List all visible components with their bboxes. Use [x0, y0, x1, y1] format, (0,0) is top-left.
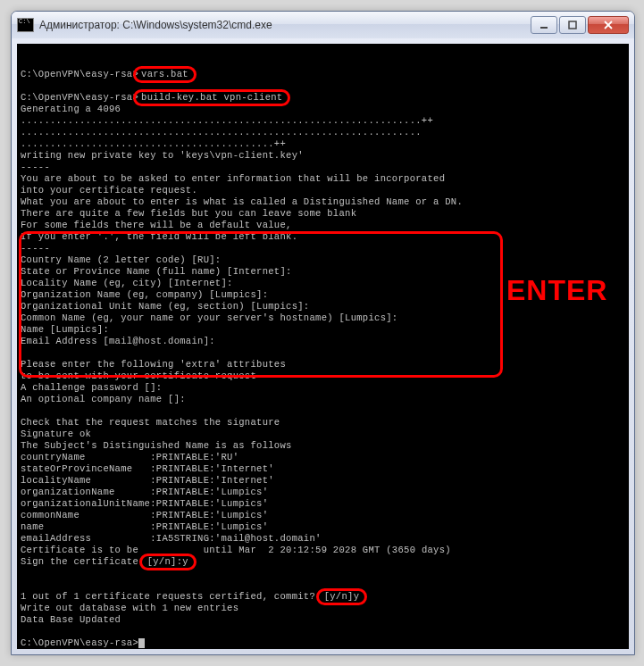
output-line: to be sent with your certificate request	[21, 370, 256, 381]
output-line: name :PRINTABLE:'Lumpics'	[21, 521, 268, 532]
output-line: -----	[21, 162, 50, 172]
output-line: organizationalUnitName:PRINTABLE:'Lumpic…	[21, 498, 268, 509]
output-line: For some fields there will be a default …	[21, 220, 292, 230]
prompt: C:\OpenVPN\easy-rsa>	[21, 92, 138, 103]
prompt-line: Country Name (2 letter code) [RU]:	[21, 254, 221, 265]
highlight-commit: [y/n]y	[316, 588, 368, 605]
output-line: Sign the certificate	[21, 556, 145, 567]
output-line: You are about to be asked to enter infor…	[21, 173, 445, 184]
titlebar[interactable]: C:\ Администратор: C:\Windows\system32\c…	[12, 12, 634, 38]
highlight-cmd2: build-key.bat vpn-client	[133, 89, 290, 106]
output-line: Please enter the following 'extra' attri…	[21, 359, 286, 370]
prompt-line: Email Address [mail@host.domain]:	[21, 336, 215, 346]
console-frame: C:\OpenVPN\easy-rsa>vars.bat C:\OpenVPN\…	[12, 38, 634, 654]
output-line: ........................................…	[21, 138, 286, 149]
cmd-window: C:\ Администратор: C:\Windows\system32\c…	[11, 11, 635, 655]
prompt-line: State or Province Name (full name) [Inte…	[21, 266, 292, 277]
output-line: What you are about to enter is what is c…	[21, 196, 463, 207]
output-line: commonName :PRINTABLE:'Lumpics'	[21, 510, 268, 520]
output-line: Certificate is to be	[21, 545, 145, 555]
output-line: into your certificate request.	[21, 185, 197, 196]
enter-annotation: ENTER	[506, 285, 607, 296]
output-line: organizationName :PRINTABLE:'Lumpics'	[21, 487, 268, 497]
output-line: stateOrProvinceName :PRINTABLE:'Internet…	[21, 463, 274, 474]
window-controls	[531, 16, 629, 34]
prompt-line: Organizational Unit Name (eg, section) […	[21, 301, 309, 312]
maximize-button[interactable]	[559, 16, 586, 34]
highlight-sign: [y/n]:y	[139, 554, 197, 570]
prompt-line: Organization Name (eg, company) [Lumpics…	[21, 289, 268, 300]
prompt-line: A challenge password []:	[21, 382, 162, 393]
output-line: until Mar 2 20:12:59 2028 GMT (3650 days…	[204, 545, 451, 555]
svg-rect-1	[569, 21, 576, 29]
output-line: 1 out of 1 certificate requests certifie…	[21, 591, 322, 602]
output-line: Data Base Updated	[21, 614, 121, 625]
cursor	[138, 638, 145, 648]
output-line: If you enter '.', the field will be left…	[21, 231, 297, 242]
blank-line	[21, 57, 27, 68]
prompt-line: Common Name (eg, your name or your serve…	[21, 312, 397, 323]
output-line: The Subject's Distinguished Name is as f…	[21, 440, 292, 451]
close-button[interactable]	[588, 16, 629, 34]
prompt-line: Name [Lumpics]:	[21, 324, 109, 335]
prompt: C:\OpenVPN\easy-rsa>	[21, 69, 138, 79]
output-line: localityName :PRINTABLE:'Internet'	[21, 475, 274, 486]
cmd-icon: C:\	[17, 18, 34, 32]
output-line: countryName :PRINTABLE:'RU'	[21, 452, 238, 462]
window-title: Администратор: C:\Windows\system32\cmd.e…	[39, 19, 531, 31]
output-line: writing new private key to 'keys\vpn-cli…	[21, 150, 304, 161]
minimize-button[interactable]	[531, 16, 557, 34]
console-output[interactable]: C:\OpenVPN\easy-rsa>vars.bat C:\OpenVPN\…	[17, 44, 629, 649]
prompt-line: Locality Name (eg, city) [Internet]:	[21, 278, 233, 288]
output-line: There are quite a few fields but you can…	[21, 208, 356, 219]
highlight-cmd1: vars.bat	[133, 66, 197, 83]
prompt-line: An optional company name []:	[21, 394, 186, 404]
prompt: C:\OpenVPN\easy-rsa>	[21, 637, 138, 648]
output-line: ........................................…	[21, 127, 422, 137]
output-line: -----	[21, 243, 50, 254]
output-line: emailAddress :IA5STRING:'mail@host.domai…	[21, 533, 322, 544]
output-line: Signature ok	[21, 429, 91, 439]
output-line: Check that the request matches the signa…	[21, 417, 280, 428]
output-line: Generating a 4096	[21, 104, 121, 114]
output-line: Write out database with 1 new entries	[21, 603, 238, 613]
output-line: ........................................…	[21, 115, 433, 126]
